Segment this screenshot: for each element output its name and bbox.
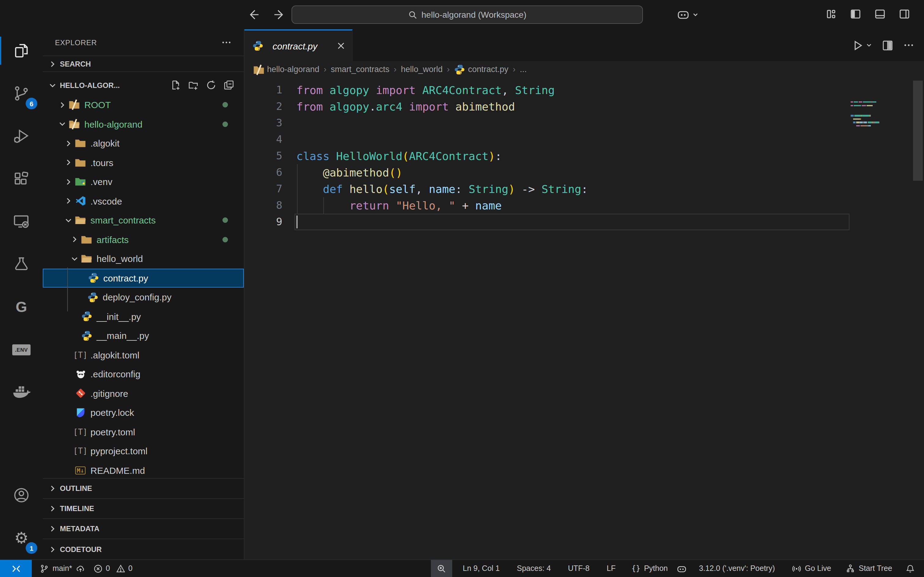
git-branch-item[interactable]: main*: [32, 560, 89, 577]
explorer-sidebar: EXPLORER SEARCH HELLO-ALGOR... ROO: [43, 29, 244, 559]
file-name: .tours: [90, 158, 113, 168]
source-control-activity-icon[interactable]: 6: [0, 72, 43, 115]
git-modified-dot: [223, 102, 228, 108]
problems-item[interactable]: 0 0: [89, 560, 137, 577]
eol-item[interactable]: LF: [603, 560, 620, 577]
codetour-section-header[interactable]: CODETOUR: [43, 539, 244, 559]
notifications-bell-item[interactable]: [901, 560, 919, 577]
toggle-secondary-sidebar-icon[interactable]: [898, 8, 911, 20]
editor-scrollbar[interactable]: [913, 81, 923, 181]
tree-item--vscode[interactable]: .vscode: [43, 192, 244, 211]
explorer-activity-icon[interactable]: [0, 29, 43, 72]
breadcrumb-item[interactable]: contract.py: [454, 64, 509, 74]
publish-cloud-icon: [76, 564, 85, 573]
remote-explorer-activity-icon[interactable]: [0, 200, 43, 243]
back-arrow-icon[interactable]: [247, 8, 260, 21]
minimap-line: [851, 108, 909, 109]
search-section-header[interactable]: SEARCH: [43, 56, 244, 72]
remote-icon: [11, 564, 21, 573]
tree-item-pyproject-toml[interactable]: [T]pyproject.toml: [43, 442, 244, 461]
refresh-icon[interactable]: [206, 80, 216, 91]
tree-item-contract-py[interactable]: contract.py: [43, 268, 244, 288]
gitlens-activity-icon[interactable]: G: [0, 286, 43, 329]
toml-icon: [T]: [74, 426, 86, 438]
tree-item--algokit-toml[interactable]: [T].algokit.toml: [43, 345, 244, 364]
explorer-more-actions-icon[interactable]: [221, 37, 232, 48]
run-debug-activity-icon[interactable]: [0, 115, 43, 158]
new-file-icon[interactable]: [171, 80, 181, 91]
outline-section-header[interactable]: OUTLINE: [43, 479, 244, 499]
accounts-activity-icon[interactable]: [0, 474, 43, 517]
copilot-menu[interactable]: [676, 7, 698, 22]
language-mode-item[interactable]: {} Python: [627, 560, 672, 577]
run-python-file-icon[interactable]: [852, 39, 872, 51]
minimap-line: [851, 102, 909, 103]
code-view[interactable]: 123456789 from algopy import ARC4Contrac…: [244, 77, 924, 559]
workspace-section-header[interactable]: HELLO-ALGOR...: [43, 76, 244, 95]
file-name: ROOT: [84, 100, 111, 110]
tree-item-readme-md[interactable]: M↓README.md: [43, 461, 244, 478]
tree-item--tours[interactable]: .tours: [43, 153, 244, 172]
zoom-status-item[interactable]: [431, 560, 452, 577]
breadcrumb-item[interactable]: hello_world: [401, 64, 443, 74]
toggle-panel-icon[interactable]: [874, 8, 886, 20]
python-file-icon: [252, 40, 263, 52]
start-tree-item[interactable]: Start Tree: [842, 560, 897, 577]
command-center-search[interactable]: hello-algorand (Workspace): [291, 5, 643, 24]
metadata-section-header[interactable]: METADATA: [43, 519, 244, 539]
minimap[interactable]: [851, 102, 909, 132]
file-name: .gitignore: [90, 388, 128, 399]
settings-gear-icon[interactable]: ⚙ 1: [0, 517, 43, 559]
split-editor-icon[interactable]: [882, 39, 893, 51]
docker-activity-icon[interactable]: [0, 371, 43, 414]
line-number: 4: [244, 131, 282, 148]
go-live-item[interactable]: Go Live: [788, 560, 835, 577]
new-folder-icon[interactable]: [188, 80, 199, 91]
extensions-activity-icon[interactable]: [0, 158, 43, 200]
customize-layout-icon[interactable]: [825, 8, 837, 20]
remote-indicator[interactable]: [0, 560, 32, 577]
tree-item--main-py[interactable]: __main__.py: [43, 326, 244, 345]
tree-item--venv[interactable]: .venv: [43, 172, 244, 192]
tree-item-smart-contracts[interactable]: smart_contracts: [43, 211, 244, 230]
encoding-item[interactable]: UTF-8: [564, 560, 594, 577]
tree-item-artifacts[interactable]: artifacts: [43, 230, 244, 249]
timeline-section-header[interactable]: TIMELINE: [43, 499, 244, 519]
breadcrumb-separator: ›: [447, 64, 449, 74]
tab-close-icon[interactable]: [336, 41, 346, 51]
forward-arrow-icon[interactable]: [273, 8, 285, 21]
editor-more-actions-icon[interactable]: [903, 40, 914, 51]
line-number: 2: [244, 98, 282, 115]
toggle-primary-sidebar-icon[interactable]: [850, 8, 862, 20]
indentation-item[interactable]: Spaces: 4: [513, 560, 555, 577]
tree-item-hello-algorand[interactable]: hello-algorand: [43, 114, 244, 134]
copilot-status-item[interactable]: [672, 560, 691, 577]
file-name: poetry.toml: [90, 427, 135, 437]
tab-contract-py[interactable]: contract.py: [244, 29, 353, 61]
tree-indent-guide: [67, 268, 68, 312]
tree-item--init-py[interactable]: __init__.py: [43, 307, 244, 326]
line-numbers-gutter: 123456789: [244, 82, 282, 230]
tab-label: contract.py: [273, 40, 317, 51]
line-number: 3: [244, 115, 282, 131]
tree-item-deploy-config-py[interactable]: deploy_config.py: [43, 288, 244, 307]
git-icon: [74, 388, 86, 399]
tree-item-root[interactable]: ROOT: [43, 95, 244, 114]
tree-item-poetry-lock[interactable]: poetry.lock: [43, 403, 244, 422]
breadcrumb-item[interactable]: smart_contracts: [331, 64, 389, 74]
breadcrumb-item[interactable]: hello-algorand: [253, 64, 319, 74]
tree-item--algokit[interactable]: .algokit: [43, 134, 244, 153]
file-name: .editorconfig: [90, 369, 140, 379]
file-name: poetry.lock: [90, 408, 134, 418]
python-interpreter-item[interactable]: 3.12.0 ('.venv': Poetry): [695, 560, 779, 577]
tree-item-poetry-toml[interactable]: [T]poetry.toml: [43, 422, 244, 442]
tree-item--gitignore[interactable]: .gitignore: [43, 384, 244, 403]
breadcrumb-item[interactable]: ...: [520, 64, 527, 74]
tree-item--editorconfig[interactable]: .editorconfig: [43, 364, 244, 384]
cursor-position-item[interactable]: Ln 9, Col 1: [459, 560, 504, 577]
code-content[interactable]: from algopy import ARC4Contract, Stringf…: [296, 82, 588, 230]
dotenv-activity-icon[interactable]: .ENV: [0, 329, 43, 371]
tree-item-hello-world[interactable]: hello_world: [43, 249, 244, 268]
collapse-all-icon[interactable]: [224, 80, 234, 91]
testing-activity-icon[interactable]: [0, 243, 43, 286]
